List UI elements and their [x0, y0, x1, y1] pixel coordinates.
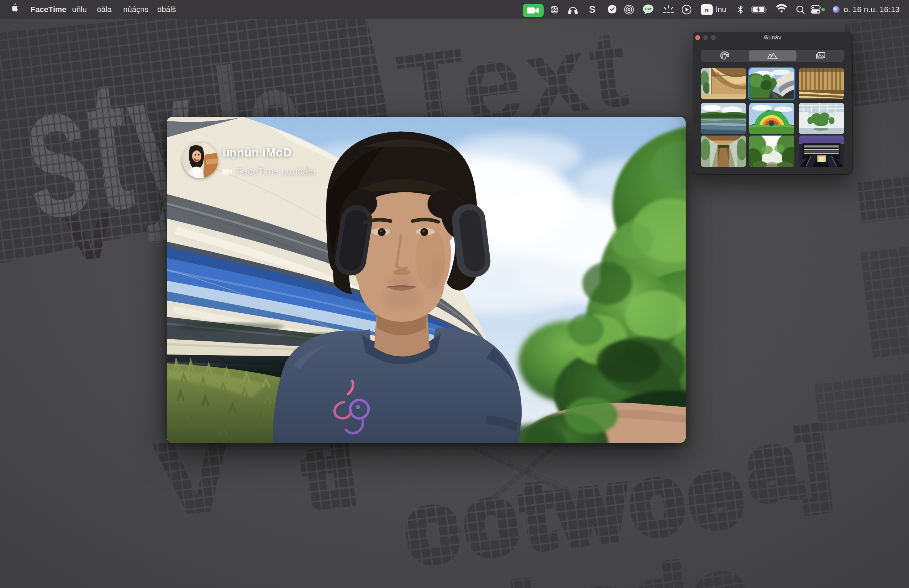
- svg-text:tl: tl: [302, 430, 363, 522]
- svg-text:n: n: [705, 7, 708, 13]
- svg-text:LINE: LINE: [645, 8, 652, 11]
